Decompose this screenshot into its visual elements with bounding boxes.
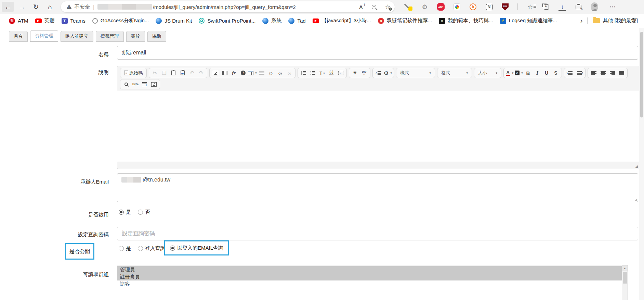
tab-tag-management[interactable]: 標籤管理 (96, 31, 124, 42)
insert-block-button[interactable] (374, 68, 383, 77)
editor-resize-handle[interactable]: ◢ (635, 164, 638, 168)
editor-content-area[interactable] (117, 91, 639, 162)
bookmark-swiftpoint[interactable]: SwiftPoint ProPoint... (195, 16, 259, 25)
add-favorite-icon[interactable]: ☆+ (385, 4, 391, 10)
paste-button[interactable] (169, 68, 178, 77)
bookmark-bidirectional-notes[interactable]: π双链笔记软件推荐... (374, 16, 436, 26)
downloads-icon[interactable]: ↓ (558, 3, 566, 11)
tab-help[interactable]: 協助 (147, 31, 166, 42)
remove-format-button[interactable]: Tx (318, 68, 327, 77)
back-button[interactable]: ← (2, 2, 14, 12)
code-block-button[interactable]: ‹› (336, 68, 345, 77)
tab-home[interactable]: 首頁 (9, 31, 28, 42)
source-button[interactable]: ‹›原始碼 (122, 68, 145, 77)
ordered-list-button[interactable] (299, 68, 308, 77)
insert-image-button[interactable] (211, 68, 220, 77)
image-browse-button[interactable] (149, 80, 158, 89)
zoom-out-icon[interactable] (372, 5, 376, 9)
public-option-login-query[interactable]: 登入查詢 (138, 245, 166, 252)
listbox-scroll-thumb[interactable] (623, 272, 627, 284)
bold-button[interactable]: B (524, 68, 533, 77)
listbox-scrollbar[interactable]: ▲ (622, 265, 628, 300)
name-input[interactable] (117, 46, 638, 60)
page-scroll-thumb[interactable] (640, 32, 643, 117)
collections-icon[interactable] (544, 4, 549, 10)
horizontal-rule-button[interactable] (257, 68, 266, 77)
tab-data-management[interactable]: 資料管理 (30, 30, 58, 42)
align-justify-button[interactable] (617, 68, 626, 77)
refresh-button[interactable]: ↻ (30, 2, 42, 12)
create-div-button[interactable]: DIV‹› (360, 68, 369, 77)
paste-from-word-button[interactable] (178, 68, 187, 77)
favorites-bar-icon[interactable]: ☆ (526, 3, 534, 11)
find-button[interactable] (122, 80, 131, 89)
editor-settings-button[interactable]: ⚙▾ (383, 68, 392, 77)
group-option-guest[interactable]: 訪客 (117, 280, 622, 288)
public-option-yes[interactable]: 是 (119, 245, 131, 252)
outdent-button[interactable] (566, 68, 575, 77)
text-color-button[interactable]: A▾ (505, 68, 514, 77)
notion-extension-icon[interactable]: N (486, 4, 492, 10)
bookmark-javascript-course[interactable]: ▶【javascript】3小時... (309, 16, 374, 26)
other-favorites-folder[interactable]: 其他 [我的最愛] (590, 16, 641, 26)
italic-button[interactable]: I (533, 68, 542, 77)
radio-checked-icon[interactable] (170, 246, 175, 251)
chrome-photos-extension-icon[interactable] (454, 3, 460, 10)
font-size-combo[interactable]: 大小▾ (476, 68, 500, 77)
styles-combo[interactable]: 樣式▾ (398, 68, 433, 77)
address-bar[interactable]: 不安全 | /modules/jill_query/admin/main.php… (61, 1, 395, 12)
enabled-option-yes[interactable]: 是 (119, 209, 131, 215)
scroll-up-arrow-icon[interactable]: ▲ (622, 265, 628, 271)
math-formula-button[interactable]: fx (229, 68, 238, 77)
strikethrough-button[interactable]: S (551, 68, 560, 77)
smiley-button[interactable]: ☺ (266, 68, 275, 77)
profile-avatar[interactable] (591, 2, 598, 11)
forward-button[interactable]: → (16, 2, 28, 12)
query-password-input[interactable] (117, 227, 638, 240)
bookmark-teams[interactable]: TTeams (58, 16, 89, 26)
ublock-origin-icon[interactable]: UO (502, 3, 509, 11)
link-button[interactable]: ∞ (276, 68, 285, 77)
bookmark-logseq[interactable]: ⚡Logseq 知識連結筆... (497, 16, 561, 26)
bookmark-my-templates[interactable]: ‼我的範本、技巧與... (435, 16, 497, 26)
code-snippet-button[interactable]: {..}code (327, 68, 336, 77)
indent-button[interactable] (575, 68, 584, 77)
radio-checked-icon[interactable] (119, 210, 124, 215)
align-center-button[interactable] (599, 68, 607, 77)
bookmark-listening[interactable]: ▶英聽 (32, 16, 58, 26)
select-all-button[interactable] (140, 80, 149, 89)
readable-groups-listbox[interactable]: 管理員 註冊會員 訪客 ▲ (117, 265, 628, 300)
blockquote-button[interactable]: ❞ (351, 68, 359, 77)
tab-import-create[interactable]: 匯入並建立 (61, 31, 93, 42)
enabled-option-no[interactable]: 否 (138, 209, 150, 215)
b-extension-icon[interactable]: b (470, 3, 476, 10)
browser-menu-icon[interactable]: ⋯ (609, 3, 616, 11)
underline-button[interactable]: U (542, 68, 551, 77)
gear-extension-icon[interactable]: ⚙ (421, 3, 429, 11)
bookmark-goaccess[interactable]: GoAccess分析Ngin... (89, 16, 153, 26)
replace-button[interactable]: b⇄a (131, 80, 140, 89)
eyedropper-extension-icon[interactable] (405, 3, 412, 11)
bullet-list-button[interactable] (308, 68, 317, 77)
bookmark-system[interactable]: 系統 (259, 16, 285, 26)
group-option-registered[interactable]: 註冊會員 (117, 273, 622, 280)
group-option-admin[interactable]: 管理員 (117, 266, 622, 273)
radio-unchecked-icon[interactable] (138, 210, 143, 215)
public-option-email-query[interactable]: 以登入的EMAIL查詢 (170, 245, 223, 251)
cut-button[interactable]: ✂ (150, 68, 159, 77)
home-button[interactable]: ⌂ (44, 2, 56, 12)
table-button[interactable]: ▾ (248, 68, 257, 77)
bookmark-tad[interactable]: Tad (285, 16, 309, 26)
web-capture-icon[interactable] (576, 5, 581, 9)
redo-button[interactable]: ↷ (197, 68, 206, 77)
adblock-plus-icon[interactable]: ABP (437, 3, 445, 11)
unlink-button[interactable]: ∞ (285, 68, 294, 77)
align-right-button[interactable] (608, 68, 617, 77)
radio-unchecked-icon[interactable] (138, 246, 143, 251)
radio-unchecked-icon[interactable] (119, 246, 124, 251)
copy-button[interactable]: ❏ (160, 68, 169, 77)
bookmarks-overflow-chevron-icon[interactable]: › (578, 17, 586, 25)
tab-about[interactable]: 關於 (126, 31, 145, 42)
undo-button[interactable]: ↶ (187, 68, 196, 77)
textarea-resize-grip[interactable]: ◢ (634, 198, 637, 201)
